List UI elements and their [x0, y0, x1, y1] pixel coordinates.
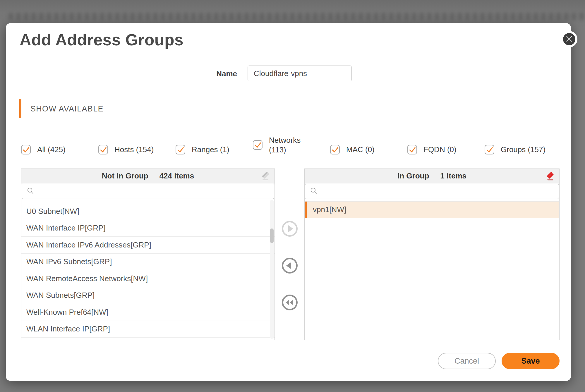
- list-scrollbar[interactable]: [270, 200, 274, 339]
- filter-label: Hosts (154): [114, 145, 154, 154]
- search-input[interactable]: [35, 184, 274, 199]
- transfer-controls: [281, 220, 298, 311]
- list-item[interactable]: WLAN Interface IP[GRP]: [21, 321, 275, 338]
- save-button[interactable]: Save: [502, 353, 560, 369]
- add-address-groups-dialog: Add Address Groups Name SHOW AVAILABLE A…: [6, 23, 571, 381]
- search-input[interactable]: [318, 184, 559, 199]
- name-field[interactable]: [248, 66, 352, 81]
- list-item[interactable]: WAN Subnets[GRP]: [21, 287, 275, 304]
- checkbox-icon[interactable]: [253, 140, 263, 150]
- not-in-group-search: [22, 184, 274, 199]
- page-title: Add Address Groups: [20, 30, 183, 49]
- filter-networks[interactable]: Networks (113): [253, 135, 330, 154]
- panel-title: Not in Group: [102, 171, 148, 180]
- filter-fqdn[interactable]: FQDN (0): [407, 145, 485, 154]
- panel-title: In Group: [397, 171, 429, 180]
- checkbox-icon[interactable]: [330, 145, 340, 154]
- eraser-icon-red: [545, 178, 555, 182]
- double-left-arrow-icon: [281, 307, 298, 312]
- list-item[interactable]: WAN RemoteAccess Networks[NW]: [21, 270, 275, 287]
- not-in-group-list: U0 Subnet[NW]WAN Interface IP[GRP]WAN In…: [21, 199, 275, 339]
- panel-count: 424 items: [159, 171, 194, 180]
- filter-label: FQDN (0): [423, 145, 457, 154]
- filter-row: All (425)Hosts (154)Ranges (1)Networks (…: [21, 134, 560, 154]
- checkbox-icon[interactable]: [21, 145, 31, 154]
- list-item[interactable]: Well-Known Pref64[NW]: [21, 304, 275, 321]
- show-available-heading: SHOW AVAILABLE: [30, 104, 104, 114]
- close-button[interactable]: [561, 31, 577, 47]
- move-right-button[interactable]: [281, 220, 298, 237]
- section-accent-bar: [19, 99, 21, 118]
- list-item[interactable]: U0 Subnet[NW]: [21, 203, 275, 220]
- list-item[interactable]: WAN IPv6 Subnets[GRP]: [21, 254, 275, 271]
- checkbox-icon[interactable]: [407, 145, 417, 154]
- filter-label: All (425): [37, 145, 66, 154]
- filter-groups[interactable]: Groups (157): [485, 145, 545, 154]
- filter-hosts[interactable]: Hosts (154): [98, 145, 176, 154]
- list-scroll-sliver: [305, 199, 559, 202]
- search-icon: [27, 187, 35, 196]
- panel-count: 1 items: [440, 171, 466, 180]
- not-in-group-panel: Not in Group 424 items: [21, 169, 275, 340]
- list-scroll-sliver: [21, 199, 275, 203]
- filter-label: Networks (113): [269, 135, 304, 154]
- filter-label: Ranges (1): [192, 145, 229, 154]
- move-all-left-button[interactable]: [281, 294, 298, 311]
- eraser-icon: [260, 178, 270, 182]
- move-left-button[interactable]: [281, 257, 298, 274]
- list-item[interactable]: WAN Interface IPv6 Addresses[GRP]: [21, 237, 275, 254]
- in-group-search: [305, 184, 559, 199]
- filter-label: Groups (157): [501, 145, 545, 154]
- name-label: Name: [187, 69, 237, 78]
- left-arrow-icon: [281, 271, 298, 275]
- cancel-button[interactable]: Cancel: [438, 353, 496, 369]
- clear-selection-button[interactable]: [260, 171, 270, 181]
- filter-all[interactable]: All (425): [21, 145, 98, 154]
- not-in-group-header: Not in Group 424 items: [21, 169, 275, 183]
- filter-ranges[interactable]: Ranges (1): [176, 145, 253, 154]
- search-icon: [310, 187, 318, 196]
- list-item[interactable]: WAN Interface IP[GRP]: [21, 220, 275, 237]
- remove-all-button[interactable]: [545, 171, 555, 181]
- background-blur: [9, 13, 585, 20]
- close-icon: [565, 35, 573, 44]
- right-arrow-icon: [281, 234, 298, 238]
- in-group-panel: In Group 1 items: [304, 169, 560, 340]
- checkbox-icon[interactable]: [98, 145, 108, 154]
- filter-mac[interactable]: MAC (0): [330, 145, 407, 154]
- page-backdrop: Add Address Groups Name SHOW AVAILABLE A…: [0, 0, 585, 392]
- list-item[interactable]: vpn1[NW]: [305, 202, 559, 218]
- in-group-list: vpn1[NW]: [305, 199, 559, 339]
- checkbox-icon[interactable]: [176, 145, 185, 154]
- checkbox-icon[interactable]: [485, 145, 494, 154]
- in-group-header: In Group 1 items: [305, 169, 559, 183]
- scrollbar-thumb[interactable]: [270, 228, 274, 243]
- filter-label: MAC (0): [346, 145, 375, 154]
